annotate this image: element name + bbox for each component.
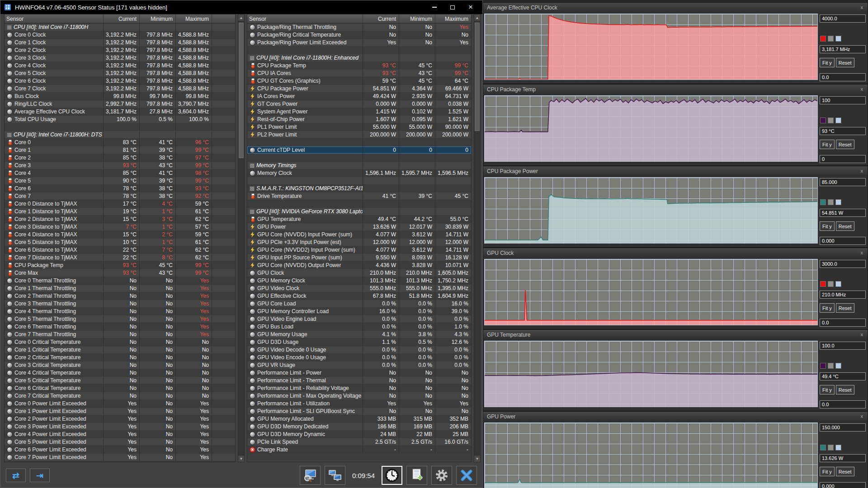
- table-row[interactable]: Core 1 81 °C 39 °C 99 °C: [5, 146, 235, 154]
- grid-color-swatch[interactable]: [835, 281, 841, 287]
- table-row[interactable]: Memory Timings: [247, 162, 471, 169]
- table-row[interactable]: Core 5 90 °C 39 °C 99 °C: [5, 177, 235, 185]
- reset-button[interactable]: Reset: [836, 140, 854, 149]
- table-row[interactable]: Core 7 Power Limit Exceeded Yes No Yes: [5, 454, 235, 461]
- table-row[interactable]: Core 6 Power Limit Exceeded Yes No Yes: [5, 446, 235, 454]
- table-row[interactable]: GPU Video Engine Load 0.0 % 0.0 % 0.0 %: [247, 315, 471, 323]
- fit-y-button[interactable]: Fit y: [820, 303, 835, 313]
- table-row[interactable]: Core 4 Thermal Throttling No No Yes: [5, 308, 235, 315]
- table-row[interactable]: IA Cores Power 49.424 W 2.935 W 64.731 W: [247, 93, 471, 100]
- table-row[interactable]: Current cTDP Level 0 0 0: [247, 146, 471, 154]
- table-row[interactable]: Core 7 78 °C 38 °C 92 °C: [5, 192, 235, 200]
- graph-title-bar[interactable]: Average Effective CPU Clock x: [483, 3, 868, 13]
- table-row[interactable]: Core 0 Power Limit Exceeded Yes No Yes: [5, 400, 235, 408]
- table-row[interactable]: CPU GT Cores (Graphics) 59 °C 45 °C 64 °…: [247, 77, 471, 85]
- graph-plot-area[interactable]: [484, 177, 818, 244]
- table-row[interactable]: Core 4 Distance to TjMAX 15 °C 2 °C 59 °…: [5, 231, 235, 239]
- system-summary-button[interactable]: [300, 466, 321, 485]
- table-row[interactable]: GPU Input PP Source Power (sum) 9.550 W …: [247, 254, 471, 262]
- table-row[interactable]: GPU [#0]: NVIDIA GeForce RTX 3080 Laptop…: [247, 208, 471, 216]
- table-row[interactable]: GPU Clock 210.0 MHz 210.0 MHz 1,605.0 MH…: [247, 269, 471, 277]
- table-row[interactable]: GPU Core (NVVDD) Output Power 4.436 W 3.…: [247, 262, 471, 269]
- column-header-minimum[interactable]: Minimum: [399, 14, 435, 23]
- fit-y-button[interactable]: Fit y: [820, 385, 835, 394]
- column-header-minimum[interactable]: Minimum: [139, 14, 175, 23]
- table-row[interactable]: GPU Video Encode 0 Usage 0.0 % 0.0 % 0.0…: [247, 354, 471, 361]
- table-row[interactable]: [247, 47, 471, 54]
- table-row[interactable]: GPU Video Decode 0 Usage 0.0 % 0.0 % 0.0…: [247, 346, 471, 354]
- table-row[interactable]: GPU Effective Clock 67.8 MHz 51.8 MHz 1,…: [247, 292, 471, 300]
- table-row[interactable]: Core 4 85 °C 41 °C 98 °C: [5, 169, 235, 177]
- table-row[interactable]: GPU Memory Clock 101.3 MHz 101.3 MHz 1,7…: [247, 277, 471, 285]
- reset-button[interactable]: Reset: [836, 221, 854, 231]
- table-row[interactable]: CPU [#0]: Intel Core i7-11800H: DTS: [5, 131, 235, 139]
- table-row[interactable]: CPU IA Cores 93 °C 43 °C 99 °C: [247, 70, 471, 77]
- scroll-up-icon[interactable]: ▲: [238, 14, 244, 21]
- logging-button[interactable]: [406, 466, 427, 485]
- column-header-current[interactable]: Current: [103, 14, 139, 23]
- background-color-swatch[interactable]: [828, 36, 834, 42]
- background-color-swatch[interactable]: [828, 363, 834, 369]
- table-row[interactable]: Core 7 Thermal Throttling No No Yes: [5, 331, 235, 338]
- grid-color-swatch[interactable]: [835, 445, 841, 450]
- column-header-maximum[interactable]: Maximum: [175, 14, 212, 23]
- table-row[interactable]: Core 0 83 °C 41 °C 96 °C: [5, 139, 235, 146]
- table-row[interactable]: Core 5 Power Limit Exceeded Yes No Yes: [5, 438, 235, 446]
- left-pane-scrollbar[interactable]: ▲ ▼: [238, 14, 245, 462]
- grid-color-swatch[interactable]: [835, 36, 841, 42]
- close-icon[interactable]: x: [860, 168, 864, 176]
- table-row[interactable]: [247, 177, 471, 185]
- table-row[interactable]: GPU Core (NVVDD) Input Power (sum) 4.077…: [247, 231, 471, 239]
- table-row[interactable]: Core 0 Critical Temperature No No No: [5, 338, 235, 346]
- column-header-sensor[interactable]: Sensor: [247, 14, 363, 23]
- table-row[interactable]: Core 3 Power Limit Exceeded Yes No Yes: [5, 423, 235, 431]
- table-row[interactable]: GPU PCIe +3.3V Input Power (est) 12.000 …: [247, 239, 471, 246]
- table-row[interactable]: GPU Power 13.626 W 12.017 W 30.839 W: [247, 223, 471, 231]
- table-row[interactable]: GT Cores Power 0.000 W 0.000 W 0.038 W: [247, 100, 471, 108]
- grid-color-swatch[interactable]: [835, 117, 841, 123]
- table-row[interactable]: GPU VR Usage 0.0 % 0.0 % 0.0 %: [247, 361, 471, 369]
- reset-button[interactable]: Reset: [836, 467, 854, 476]
- table-row[interactable]: Core 0 Thermal Throttling No No Yes: [5, 277, 235, 285]
- table-row[interactable]: GPU Video Clock 555.0 MHz 555.0 MHz 1,39…: [247, 285, 471, 292]
- table-row[interactable]: PL2 Power Limit 200.000 W 200.000 W 200.…: [247, 131, 471, 139]
- scroll-down-icon[interactable]: ▼: [474, 455, 480, 462]
- background-color-swatch[interactable]: [828, 445, 834, 450]
- table-row[interactable]: Package/Ring Power Limit Exceeded Yes No…: [247, 39, 471, 47]
- table-row[interactable]: CPU [#0]: Intel Core i7-11800H: [5, 23, 235, 31]
- graph-title-bar[interactable]: CPU Package Power x: [483, 166, 868, 176]
- table-row[interactable]: System Agent Power 1.415 W 0.102 W 1.525…: [247, 108, 471, 116]
- graph-title-bar[interactable]: CPU Package Temp x: [483, 84, 868, 94]
- table-row[interactable]: Core 2 Distance to TjMAX 15 °C 3 °C 62 °…: [5, 216, 235, 223]
- table-row[interactable]: Core 1 Thermal Throttling No No Yes: [5, 285, 235, 292]
- table-row[interactable]: Core 2 85 °C 38 °C 97 °C: [5, 154, 235, 162]
- table-row[interactable]: GPU Memory Usage 4.1 % 3.8 % 4.3 %: [247, 331, 471, 338]
- table-row[interactable]: Core 2 Thermal Throttling No No Yes: [5, 292, 235, 300]
- table-row[interactable]: Core Max 93 °C 43 °C 99 °C: [5, 269, 235, 277]
- scrollbar-thumb[interactable]: [239, 23, 244, 158]
- grid-color-swatch[interactable]: [835, 199, 841, 205]
- column-header-current[interactable]: Current: [363, 14, 399, 23]
- table-row[interactable]: GPU D3D Usage 1.1 % 0.5 % 12.6 %: [247, 338, 471, 346]
- table-row[interactable]: Performance Limit - Power No No No: [247, 369, 471, 377]
- table-row[interactable]: Core 3 Thermal Throttling No No Yes: [5, 300, 235, 308]
- line-color-swatch[interactable]: [820, 117, 826, 123]
- table-row[interactable]: Core 4 Clock 3,192.2 MHz 797.8 MHz 4,588…: [5, 62, 235, 70]
- graph-title-bar[interactable]: GPU Clock x: [483, 248, 868, 258]
- table-row[interactable]: Core 7 Critical Temperature No No No: [5, 392, 235, 400]
- clock-mode-button[interactable]: [382, 466, 402, 485]
- settings-button[interactable]: [431, 466, 452, 485]
- table-row[interactable]: Performance Limit - SLI GPUBoost Sync No…: [247, 408, 471, 415]
- table-row[interactable]: GPU Core Load 0.0 % 0.0 % 16.0 %: [247, 300, 471, 308]
- table-row[interactable]: Core 3 93 °C 43 °C 99 °C: [5, 162, 235, 169]
- graph-plot-area[interactable]: [484, 95, 818, 162]
- table-row[interactable]: Core 2 Power Limit Exceeded Yes No Yes: [5, 415, 235, 423]
- table-row[interactable]: Performance Limit - Thermal No No No: [247, 377, 471, 385]
- reset-button[interactable]: Reset: [836, 385, 854, 394]
- table-row[interactable]: Core 2 Clock 3,192.2 MHz 797.8 MHz 4,588…: [5, 47, 235, 54]
- table-row[interactable]: Core 7 Distance to TjMAX 22 °C 8 °C 62 °…: [5, 254, 235, 262]
- table-row[interactable]: GPU D3D Memory Dynamic 24 MB 22 MB 25 MB: [247, 431, 471, 438]
- line-color-swatch[interactable]: [820, 36, 826, 42]
- close-icon[interactable]: x: [860, 413, 864, 422]
- line-color-swatch[interactable]: [820, 363, 826, 369]
